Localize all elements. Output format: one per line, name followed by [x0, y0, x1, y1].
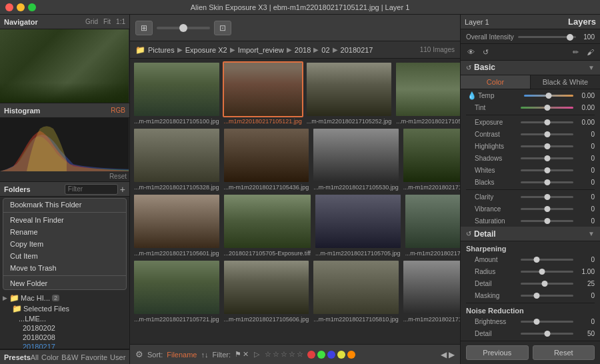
thumb-4[interactable]: ...m-m1m220180217105256.jpg — [395, 61, 460, 125]
star-5[interactable]: ☆ — [297, 350, 303, 359]
color-tab[interactable]: Color — [461, 75, 531, 89]
star-4[interactable]: ☆ — [289, 350, 295, 359]
presets-tab-color[interactable]: Color — [41, 353, 59, 361]
ctx-rename[interactable]: Rename — [3, 226, 126, 238]
next-arrow-btn[interactable]: ▶ — [449, 350, 455, 359]
breadcrumb-import[interactable]: Import_review — [238, 46, 284, 54]
layer-paint-btn[interactable]: ✏ — [569, 46, 581, 58]
bw-tab[interactable]: Black & White — [531, 75, 600, 89]
breadcrumb-exposurex2[interactable]: Exposure X2 — [185, 46, 227, 54]
breadcrumb-pictures[interactable]: Pictures — [148, 46, 175, 54]
contrast-slider[interactable] — [521, 133, 573, 135]
color-yellow[interactable] — [337, 351, 345, 359]
filter-x-icon[interactable]: ✕ — [243, 350, 249, 359]
ctx-trash[interactable]: Move to Trash — [3, 262, 126, 274]
thumb-7[interactable]: ...m-m1m220180217105530.jpg — [312, 127, 400, 191]
thumb-11[interactable]: ...m-m1m220180217105705.jpg — [314, 193, 402, 257]
highlights-slider[interactable] — [521, 145, 573, 147]
detail-section-header[interactable]: ↺ Detail ▼ — [461, 227, 600, 241]
layer-brush-btn[interactable]: 🖌 — [584, 46, 596, 58]
prev-arrow-btn[interactable]: ◀ — [441, 350, 447, 359]
blacks-slider[interactable] — [521, 181, 573, 183]
presets-tab-all[interactable]: All — [31, 353, 39, 361]
thumb-1[interactable]: ...m-m1m220180217105100.jpg — [133, 61, 221, 125]
close-button[interactable] — [5, 3, 13, 11]
grid-view-btn[interactable]: ⊞ — [135, 21, 153, 35]
vibrance-slider[interactable] — [521, 208, 573, 210]
color-blue[interactable] — [327, 351, 335, 359]
ctx-reveal[interactable]: Reveal In Finder — [3, 214, 126, 226]
zoom-slider[interactable] — [157, 27, 210, 29]
star-1[interactable]: ☆ — [265, 350, 271, 359]
ctx-cut[interactable]: Cut Item — [3, 250, 126, 262]
shadows-slider[interactable] — [521, 157, 573, 159]
clarity-slider[interactable] — [521, 196, 573, 198]
whites-slider[interactable] — [521, 169, 573, 171]
tree-item-lme[interactable]: ...LME... — [9, 314, 129, 323]
star-2[interactable]: ☆ — [273, 350, 279, 359]
single-view-btn[interactable]: ⊡ — [214, 21, 231, 35]
ctx-copy[interactable]: Copy Item — [3, 238, 126, 250]
nav-1to1-btn[interactable]: 1:1 — [116, 18, 125, 25]
breadcrumb-2018[interactable]: 2018 — [295, 46, 311, 54]
thumb-8[interactable]: ...m-m1m220180217105538.jpg — [402, 127, 460, 191]
date-item-3[interactable]: 20180217 — [9, 342, 129, 349]
thumb-3[interactable]: ...m-m1m220180217105252.jpg — [305, 61, 393, 125]
detail-slider[interactable] — [521, 283, 573, 285]
maximize-button[interactable] — [28, 3, 36, 11]
breadcrumb-date[interactable]: 20180217 — [341, 46, 373, 54]
nr-detail-slider[interactable] — [521, 333, 573, 335]
date-item-2[interactable]: 20180208 — [9, 333, 129, 342]
masking-slider[interactable] — [521, 295, 573, 297]
thumb-2[interactable]: ...m1m220180217105121.jpg — [223, 61, 303, 125]
presets-tab-favorite[interactable]: Favorite — [81, 353, 107, 361]
thumb-12[interactable]: ...m-m1m220180217105710.jpg — [404, 193, 460, 257]
sort-dropdown[interactable]: Filename — [167, 351, 197, 359]
reset-button[interactable]: Reset — [533, 345, 595, 360]
layer-sync-btn[interactable]: ↺ — [479, 46, 491, 58]
color-red[interactable] — [307, 351, 315, 359]
thumb-13[interactable]: ...m-m1m220180217105721.jpg — [133, 259, 221, 323]
nav-fit-btn[interactable]: Fit — [103, 18, 111, 25]
amount-slider[interactable] — [521, 259, 573, 261]
gear-icon[interactable]: ⚙ — [135, 349, 143, 359]
presets-tab-user[interactable]: User — [110, 353, 125, 361]
layer-visibility-btn[interactable]: 👁 — [465, 46, 477, 58]
thumb-5[interactable]: ...m-m1m220180217105328.jpg — [133, 127, 221, 191]
folder-add-btn[interactable]: + — [120, 184, 125, 195]
thumb-10[interactable]: ...20180217105705-Exposure.tiff — [223, 193, 312, 257]
oi-slider[interactable] — [518, 36, 576, 38]
star-filter[interactable]: ☆ ☆ ☆ ☆ ☆ — [265, 350, 303, 359]
image-grid[interactable]: ...m-m1m220180217105100.jpg ...m1m220180… — [130, 59, 460, 344]
thumb-15[interactable]: ...m-m1m220180217105810.jpg — [312, 259, 400, 323]
temp-slider[interactable] — [524, 95, 573, 97]
date-item-1[interactable]: 20180202 — [9, 323, 129, 333]
saturation-slider[interactable] — [521, 220, 573, 222]
thumb-6[interactable]: ...m-m1m220180217105436.jpg — [223, 127, 311, 191]
radius-slider[interactable] — [521, 271, 573, 273]
brightness-slider[interactable] — [521, 321, 573, 323]
star-3[interactable]: ☆ — [281, 350, 287, 359]
filter-flag-icon[interactable]: ⚑ — [235, 350, 241, 359]
nav-grid-btn[interactable]: Grid — [85, 18, 98, 25]
previous-button[interactable]: Previous — [466, 345, 529, 360]
breadcrumb-02[interactable]: 02 — [321, 46, 329, 54]
thumb-9[interactable]: ...m-m1m220180217105601.jpg — [133, 193, 221, 257]
tint-slider[interactable] — [521, 107, 573, 109]
color-green[interactable] — [317, 351, 325, 359]
tree-item-machd[interactable]: ▶ 📁 Mac HI... 2 — [0, 293, 129, 303]
ctx-new-folder[interactable]: New Folder — [3, 277, 126, 289]
exposure-slider[interactable] — [521, 121, 573, 123]
histogram-reset[interactable]: Reset — [0, 171, 129, 181]
basic-section-header[interactable]: ↺ Basic ▼ — [461, 61, 600, 75]
presets-tab-bw[interactable]: B&W — [61, 353, 78, 361]
thumb-16[interactable]: ...m-m1m220180217105931.jpg — [402, 259, 460, 323]
thumb-14[interactable]: ...m-m1m220180217105606.jpg — [223, 259, 311, 323]
filter-arrow-btn[interactable]: ▷ — [254, 350, 259, 359]
eyedropper-icon[interactable]: 💧 — [466, 91, 478, 100]
folders-filter-input[interactable] — [65, 184, 118, 195]
tree-item-selected[interactable]: 📁 Selected Files — [9, 303, 129, 314]
ctx-bookmark[interactable]: Bookmark This Folder — [3, 199, 126, 211]
color-orange[interactable] — [347, 351, 355, 359]
sort-direction-btn[interactable]: ↑↓ — [201, 351, 208, 359]
